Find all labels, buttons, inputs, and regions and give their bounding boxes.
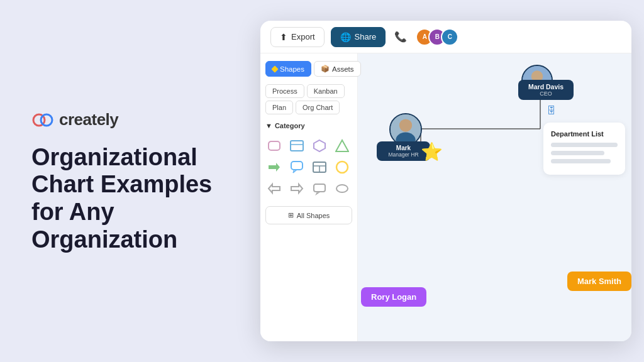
shapes-grid [265, 137, 352, 197]
sub-tabs: Process Kanban Plan Org Chart [265, 84, 352, 114]
shape-arrow-left[interactable] [265, 180, 283, 197]
svg-point-12 [336, 162, 348, 173]
svg-marker-14 [291, 184, 303, 193]
shape-table[interactable] [311, 158, 328, 176]
dept-line-1 [551, 143, 618, 147]
database-icon: 🗄 [547, 105, 556, 116]
shape-comment[interactable] [311, 180, 328, 197]
shapes-panel: Shapes 📦 Assets Process Kanban P [260, 53, 358, 341]
svg-rect-3 [291, 141, 303, 151]
dept-list-title: Department List [551, 130, 618, 138]
dept-line-2 [551, 151, 604, 155]
star-icon: ⭐ [421, 141, 443, 162]
left-section: creately Organizational Chart Examples f… [0, 84, 260, 279]
export-button[interactable]: ⬆ Export [270, 27, 325, 47]
share-icon: 🌐 [340, 32, 351, 42]
manager-name: Mark [382, 145, 425, 151]
export-icon: ⬆ [280, 32, 287, 42]
shape-arrow-right-outline[interactable] [288, 180, 306, 197]
browser-window: ⬆ Export 🌐 Share 📞 A B C Shapes [260, 21, 631, 341]
svg-marker-7 [269, 163, 280, 172]
sub-tab-plan[interactable]: Plan [265, 101, 293, 114]
manager-title: Manager HR [382, 151, 425, 158]
department-list-box: Department List [543, 123, 625, 175]
phone-icon: 📞 [394, 31, 407, 43]
dept-line-3 [551, 159, 611, 163]
tab-shapes[interactable]: Shapes [265, 61, 311, 77]
svg-rect-2 [269, 141, 280, 150]
ceo-name: Mard Davis [524, 83, 568, 90]
svg-rect-8 [291, 162, 303, 170]
category-header: ▼ Category [265, 122, 352, 129]
toolbar: ⬆ Export 🌐 Share 📞 A B C [260, 21, 631, 53]
shape-oval[interactable] [333, 180, 351, 197]
shape-speech-bubble[interactable] [288, 158, 306, 176]
sub-tab-process[interactable]: Process [265, 84, 304, 98]
ceo-node: Mard Davis CEO [518, 80, 574, 100]
logo-area: creately [31, 109, 229, 131]
grid-icon: ⊞ [288, 211, 294, 219]
shape-arrow-right[interactable] [265, 158, 283, 176]
svg-point-16 [336, 185, 348, 192]
ceo-title: CEO [524, 90, 568, 97]
chevron-down-icon: ▼ [265, 122, 272, 129]
right-section: ⬆ Export 🌐 Share 📞 A B C Shapes [260, 0, 644, 362]
headline: Organizational Chart Examples for Any Or… [31, 144, 229, 254]
avatar-3: C [441, 28, 458, 46]
svg-rect-15 [314, 184, 325, 192]
all-shapes-button[interactable]: ⊞ All Shapes [265, 206, 352, 224]
svg-marker-6 [336, 140, 348, 151]
svg-marker-13 [269, 184, 280, 193]
svg-marker-5 [314, 140, 325, 151]
svg-point-24 [399, 119, 412, 131]
assets-box-icon: 📦 [321, 65, 330, 73]
shape-triangle[interactable] [333, 137, 351, 155]
panel-tabs: Shapes 📦 Assets [265, 61, 352, 77]
creately-logo-icon [31, 109, 54, 131]
shape-rounded-rect[interactable] [265, 137, 283, 155]
share-button[interactable]: 🌐 Share [331, 27, 386, 47]
rory-logan-label: Rory Logan [361, 287, 426, 307]
collaborator-avatars: A B C [416, 28, 458, 46]
shape-hexagon[interactable] [311, 137, 328, 155]
shapes-diamond-icon [271, 65, 278, 72]
svg-point-1 [41, 114, 52, 126]
shape-rect-lines[interactable] [288, 137, 306, 155]
logo-text: creately [59, 110, 118, 129]
sub-tab-kanban[interactable]: Kanban [307, 84, 345, 98]
canvas-area: Shapes 📦 Assets Process Kanban P [260, 53, 631, 341]
mark-smith-label: Mark Smith [567, 272, 631, 291]
shape-circle[interactable] [333, 158, 351, 176]
sub-tab-orgchart[interactable]: Org Chart [296, 101, 340, 114]
tab-assets[interactable]: 📦 Assets [314, 61, 361, 77]
